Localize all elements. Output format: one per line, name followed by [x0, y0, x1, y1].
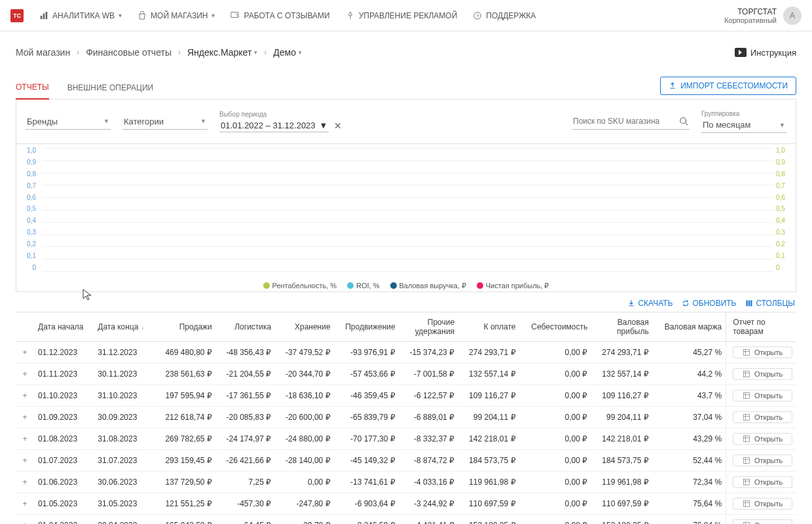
col-end[interactable]: Дата конца↓	[94, 312, 155, 342]
col-cost[interactable]: Себестоимость	[520, 312, 592, 342]
col-gross-profit[interactable]: Валовая прибыль	[591, 312, 652, 342]
open-report-button[interactable]: Открыть	[733, 433, 792, 445]
sku-search[interactable]	[572, 113, 690, 130]
cell-other: -6 122,57 ₽	[399, 385, 458, 407]
cell-logistics: -457,30 ₽	[216, 493, 275, 515]
tab-reports[interactable]: ОТЧЕТЫ	[16, 76, 49, 100]
crumb-section[interactable]: Финансовые отчеты	[86, 47, 172, 58]
instruction-link[interactable]: Инструкция	[735, 48, 796, 58]
col-start[interactable]: Дата начала	[34, 312, 94, 342]
expand-row-icon[interactable]: +	[16, 472, 34, 493]
table-row: + 01.06.2023 30.06.2023 137 729,50 ₽ 7,2…	[16, 472, 796, 493]
cell-to-pay: 119 961,98 ₽	[458, 472, 519, 493]
grouping-select[interactable]: Группировка По месяцам▼	[701, 110, 786, 133]
cell-sales: 137 729,50 ₽	[155, 472, 215, 493]
cell-gross-margin: 43,7 %	[653, 385, 726, 407]
cell-to-pay: 274 293,71 ₽	[458, 342, 519, 364]
open-report-button[interactable]: Открыть	[733, 498, 792, 510]
col-other[interactable]: Прочие удержания	[399, 312, 458, 342]
expand-row-icon[interactable]: +	[16, 493, 34, 515]
nav-reviews[interactable]: РАБОТА С ОТЗЫВАМИ	[231, 11, 329, 20]
cell-start: 01.04.2023	[34, 515, 94, 525]
expand-row-icon[interactable]: +	[16, 342, 34, 364]
period-picker[interactable]: Выбор периода 01.01.2022 – 31.12.2023▼ ✕	[219, 111, 342, 132]
refresh-button[interactable]: ОБНОВИТЬ	[682, 299, 736, 308]
col-storage[interactable]: Хранение	[275, 312, 334, 342]
cell-other: -4 421,41 ₽	[399, 515, 458, 525]
col-to-pay[interactable]: К оплате	[458, 312, 519, 342]
table-row: + 01.12.2023 31.12.2023 469 480,80 ₽ -48…	[16, 342, 796, 364]
open-report-button[interactable]: Открыть	[733, 455, 792, 466]
col-report[interactable]: Отчет по товарам	[726, 312, 796, 342]
upload-icon	[669, 82, 676, 90]
chevron-down-icon: ▼	[779, 122, 785, 128]
col-gross-margin[interactable]: Валовая маржа	[653, 312, 726, 342]
chart-legend: Рентабельность, %ROI, %Валовая выручка, …	[16, 282, 796, 290]
brands-select[interactable]: Бренды▼	[26, 114, 111, 130]
cell-other: -6 889,01 ₽	[399, 407, 458, 428]
avatar[interactable]: A	[783, 7, 802, 25]
open-report-button[interactable]: Открыть	[733, 476, 792, 488]
nav-support[interactable]: ? ПОДДЕРЖКА	[473, 11, 536, 20]
expand-row-icon[interactable]: +	[16, 364, 34, 385]
open-report-button[interactable]: Открыть	[733, 411, 792, 423]
svg-line-4	[236, 13, 239, 16]
col-promo[interactable]: Продвижение	[335, 312, 399, 342]
crumb-store[interactable]: Демо▾	[273, 47, 302, 58]
svg-rect-28	[744, 458, 750, 464]
table-row: + 01.05.2023 31.05.2023 121 551,25 ₽ -45…	[16, 493, 796, 515]
col-sales[interactable]: Продажи	[155, 312, 215, 342]
open-report-button[interactable]: Открыть	[733, 346, 792, 358]
cell-sales: 469 480,80 ₽	[155, 342, 215, 364]
expand-row-icon[interactable]: +	[16, 428, 34, 450]
open-report-button[interactable]: Открыть	[733, 368, 792, 380]
company-block: ТОРГСТАТ Корпоративный	[724, 7, 777, 24]
cell-start: 01.11.2023	[34, 364, 94, 385]
clear-period-icon[interactable]: ✕	[334, 121, 342, 131]
chevron-right-icon: ›	[77, 48, 79, 57]
cell-cost: 0,00 ₽	[520, 428, 592, 450]
expand-row-icon[interactable]: +	[16, 515, 34, 525]
company-plan: Корпоративный	[724, 16, 777, 24]
open-report-button[interactable]: Открыть	[733, 519, 792, 524]
chevron-down-icon: ▾	[119, 12, 122, 19]
expand-row-icon[interactable]: +	[16, 407, 34, 428]
categories-select[interactable]: Категории▼	[122, 114, 208, 130]
cell-promo: -6 903,64 ₽	[335, 493, 399, 515]
logo[interactable]: ТС	[10, 9, 24, 22]
download-icon	[627, 299, 635, 307]
svg-rect-12	[751, 301, 752, 307]
open-report-button[interactable]: Открыть	[733, 390, 792, 402]
tab-external[interactable]: ВНЕШНИЕ ОПЕРАЦИИ	[67, 77, 154, 99]
crumb-root[interactable]: Мой магазин	[16, 47, 70, 58]
cell-start: 01.10.2023	[34, 385, 94, 407]
nav-my-store-label: МОЙ МАГАЗИН	[151, 11, 208, 20]
sku-search-input[interactable]	[573, 117, 674, 126]
nav-analytics[interactable]: АНАЛИТИКА WB ▾	[39, 11, 122, 20]
table-row: + 01.09.2023 30.09.2023 212 618,74 ₽ -20…	[16, 407, 796, 428]
cell-logistics: -20 085,83 ₽	[216, 407, 275, 428]
nav-ads[interactable]: УПРАВЛЕНИЕ РЕКЛАМОЙ	[346, 11, 458, 20]
cell-to-pay: 132 557,14 ₽	[458, 364, 519, 385]
cell-cost: 0,00 ₽	[520, 472, 592, 493]
table-icon	[743, 500, 750, 508]
expand-row-icon[interactable]: +	[16, 385, 34, 407]
cell-storage: -29,70 ₽	[275, 515, 334, 525]
cell-logistics: -26 421,66 ₽	[216, 450, 275, 472]
table-icon	[743, 435, 750, 443]
instruction-label: Инструкция	[750, 48, 796, 58]
import-cost-button[interactable]: ИМПОРТ СЕБЕСТОИМОСТИ	[660, 77, 796, 95]
columns-button[interactable]: СТОЛБЦЫ	[745, 299, 795, 308]
cell-gross-margin: 76,84 %	[653, 515, 726, 525]
cell-to-pay: 110 697,59 ₽	[458, 493, 519, 515]
y-axis-left: 1,00,90,80,70,60,50,40,30,20,10	[20, 147, 36, 271]
nav-my-store[interactable]: МОЙ МАГАЗИН ▾	[138, 11, 215, 20]
chevron-down-icon: ▾	[299, 49, 302, 56]
download-button[interactable]: СКАЧАТЬ	[627, 299, 673, 308]
svg-rect-2	[46, 11, 48, 18]
table-icon	[743, 392, 750, 400]
col-logistics[interactable]: Логистика	[216, 312, 275, 342]
crumb-marketplace[interactable]: Яндекс.Маркет▾	[187, 47, 257, 58]
cell-gross-profit: 153 180,35 ₽	[591, 515, 652, 525]
expand-row-icon[interactable]: +	[16, 450, 34, 472]
